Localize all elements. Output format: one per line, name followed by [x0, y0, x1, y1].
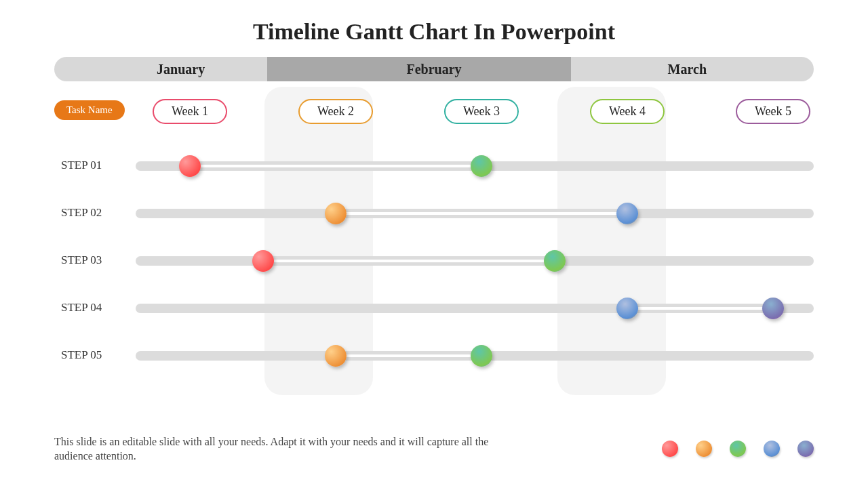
months-bar: January February March	[54, 57, 814, 81]
footer: This slide is an editable slide with all…	[54, 434, 814, 464]
gantt-chart: Task Name Week 1 Week 2 Week 3 Week 4 We…	[54, 98, 814, 396]
connector-line	[336, 354, 481, 357]
start-dot	[325, 345, 347, 367]
month-mar: March	[561, 57, 814, 81]
legend-dot	[662, 441, 678, 457]
row-label: STEP 05	[61, 348, 102, 362]
end-dot	[471, 155, 492, 177]
start-dot	[616, 298, 638, 319]
gantt-row: STEP 03	[54, 247, 814, 294]
week-pill-2: Week 2	[298, 99, 373, 124]
legend-dot	[764, 441, 780, 457]
end-dot	[762, 298, 784, 319]
legend-dot	[730, 441, 746, 457]
row-label: STEP 01	[61, 159, 102, 172]
month-jan: January	[54, 57, 307, 81]
gantt-rows: STEP 01STEP 02STEP 03STEP 04STEP 05	[54, 152, 814, 389]
connector-line	[336, 212, 627, 215]
row-label: STEP 03	[61, 253, 102, 267]
row-label: STEP 04	[61, 301, 102, 314]
gantt-row: STEP 02	[54, 199, 814, 247]
end-dot	[544, 250, 566, 272]
gantt-row: STEP 04	[54, 294, 814, 342]
start-dot	[325, 203, 347, 224]
month-feb: February	[307, 57, 560, 81]
week-pill-1: Week 1	[153, 99, 227, 124]
legend	[662, 441, 814, 457]
header-row: Task Name Week 1 Week 2 Week 3 Week 4 We…	[54, 98, 814, 125]
caption-text: This slide is an editable slide with all…	[54, 434, 529, 464]
start-dot	[179, 155, 201, 177]
connector-line	[190, 165, 481, 167]
week-pill-3: Week 3	[444, 99, 519, 124]
connector-line	[627, 307, 773, 310]
end-dot	[471, 345, 492, 367]
gantt-row: STEP 01	[54, 152, 814, 199]
connector-line	[263, 260, 555, 262]
slide-title: Timeline Gantt Chart In Powerpoint	[0, 0, 868, 57]
gantt-row: STEP 05	[54, 342, 814, 389]
task-name-badge: Task Name	[54, 100, 125, 120]
legend-dot	[797, 441, 814, 457]
row-label: STEP 02	[61, 206, 102, 220]
week-pill-4: Week 4	[590, 99, 665, 124]
week-pill-5: Week 5	[736, 99, 810, 124]
end-dot	[616, 203, 638, 224]
legend-dot	[696, 441, 712, 457]
start-dot	[252, 250, 274, 272]
